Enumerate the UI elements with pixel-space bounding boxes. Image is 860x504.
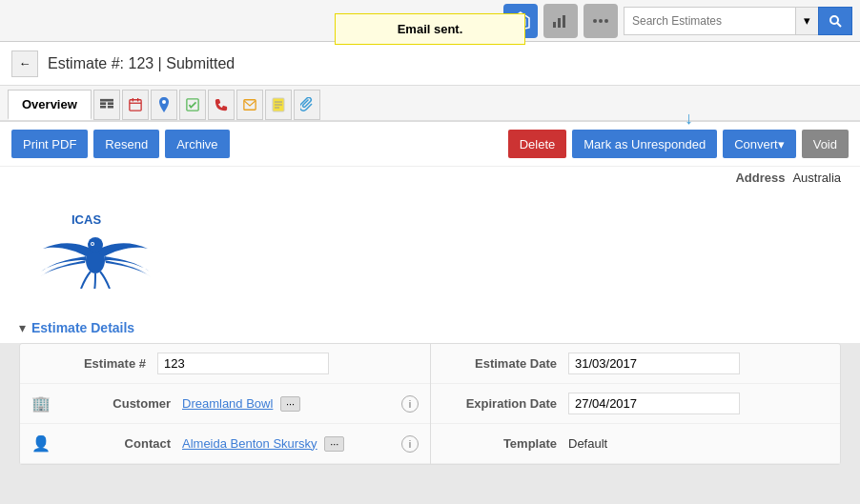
tab-email[interactable] — [236, 90, 263, 120]
expiration-date-label: Expiration Date — [442, 396, 557, 411]
chevron-down-icon: ▾ — [804, 13, 810, 28]
tab-overview[interactable]: Overview — [8, 90, 92, 120]
details-right-col: Estimate Date Expiration Date Template D… — [430, 344, 840, 464]
estimate-num-input[interactable] — [157, 353, 329, 374]
svg-rect-10 — [100, 99, 113, 102]
back-icon: ← — [19, 56, 31, 71]
contact-value: Almeida Benton Skursky ··· — [182, 436, 396, 452]
tab-checklist[interactable] — [179, 90, 206, 120]
attachment-icon — [300, 97, 314, 112]
template-row: Template Default — [431, 424, 840, 464]
search-input[interactable] — [624, 7, 795, 35]
email-banner: Email sent. — [335, 13, 525, 45]
arrow-indicator: ↓ — [685, 109, 693, 129]
svg-rect-11 — [100, 102, 106, 105]
contact-link[interactable]: Almeida Benton Skursky — [182, 436, 317, 451]
search-container: ▾ — [624, 7, 852, 35]
search-dropdown-button[interactable]: ▾ — [795, 7, 818, 35]
details-grid: Estimate # 🏢 Customer Dreamland Bowl ···… — [20, 344, 840, 464]
email-icon — [243, 98, 256, 111]
mark-unresponded-button[interactable]: Mark as Unresponded — [572, 130, 717, 158]
icas-logo: ICAS — [19, 198, 172, 293]
estimate-date-input[interactable] — [568, 353, 740, 374]
svg-rect-2 — [553, 22, 556, 28]
tab-overview-label: Overview — [22, 97, 77, 111]
customer-link[interactable]: Dreamland Bowl — [182, 396, 273, 411]
calendar-icon — [129, 97, 142, 112]
svg-rect-14 — [108, 106, 113, 109]
delete-button[interactable]: Delete — [508, 130, 567, 158]
svg-rect-13 — [100, 106, 106, 109]
page-title: Estimate #: 123 | Submitted — [48, 55, 235, 72]
section-chevron-icon[interactable]: ▾ — [19, 320, 26, 335]
print-pdf-button[interactable]: Print PDF — [11, 130, 88, 158]
svg-point-5 — [593, 19, 597, 23]
svg-rect-12 — [108, 102, 113, 105]
checklist-icon — [186, 97, 199, 112]
customer-dots-button[interactable]: ··· — [280, 396, 300, 412]
svg-rect-21 — [244, 100, 256, 111]
customer-row: 🏢 Customer Dreamland Bowl ··· i — [20, 384, 430, 424]
actions-bar: Print PDF Resend Archive ↓ Delete Mark a… — [0, 122, 860, 167]
customer-building-icon: 🏢 — [31, 394, 51, 413]
address-label: Address — [735, 171, 785, 185]
svg-point-28 — [88, 237, 103, 252]
contact-person-icon: 👤 — [31, 434, 51, 453]
address-value: Australia — [792, 171, 841, 185]
dots-icon — [584, 4, 618, 38]
tab-pin[interactable] — [151, 90, 177, 120]
tab-attachment[interactable] — [294, 90, 320, 120]
svg-line-9 — [837, 23, 841, 27]
svg-rect-3 — [558, 18, 561, 28]
details-left-col: Estimate # 🏢 Customer Dreamland Bowl ···… — [20, 344, 430, 464]
pin-icon — [157, 97, 171, 112]
logo-area: ICAS — [0, 189, 860, 312]
search-button[interactable] — [818, 7, 852, 35]
svg-rect-15 — [130, 100, 141, 111]
svg-point-8 — [830, 16, 838, 24]
convert-button[interactable]: Convert▾ — [723, 130, 796, 158]
page-header: ← Estimate #: 123 | Submitted — [0, 42, 860, 86]
search-icon — [829, 14, 842, 28]
estimate-date-row: Estimate Date — [431, 344, 840, 384]
contact-row: 👤 Contact Almeida Benton Skursky ··· i — [20, 424, 430, 464]
estimate-num-value — [157, 353, 419, 374]
estimate-num-row: Estimate # — [20, 344, 430, 384]
svg-rect-4 — [563, 15, 565, 28]
expiration-date-input[interactable] — [568, 393, 740, 414]
svg-point-30 — [92, 243, 93, 245]
tab-table[interactable] — [93, 90, 120, 120]
template-value: Default — [568, 436, 829, 451]
details-card: Estimate # 🏢 Customer Dreamland Bowl ···… — [19, 343, 841, 465]
back-button[interactable]: ← — [11, 50, 38, 77]
contact-info-icon[interactable]: i — [401, 435, 419, 453]
chart-icon — [543, 4, 578, 38]
archive-button[interactable]: Archive — [165, 130, 229, 158]
tabs-row: Overview — [0, 86, 860, 122]
estimate-date-value — [568, 353, 829, 374]
notes-icon — [272, 97, 285, 112]
contact-label: Contact — [56, 436, 171, 451]
resend-button[interactable]: Resend — [93, 130, 159, 158]
icas-logo-svg: ICAS — [33, 203, 157, 289]
expiration-date-row: Expiration Date — [431, 384, 840, 424]
expiration-date-value — [568, 393, 829, 414]
customer-label: Customer — [56, 396, 171, 411]
table-icon — [100, 98, 113, 111]
tab-calendar[interactable] — [122, 90, 149, 120]
svg-point-7 — [604, 19, 608, 23]
customer-value: Dreamland Bowl ··· — [182, 396, 396, 412]
void-button[interactable]: Void — [802, 130, 849, 158]
template-label: Template — [442, 436, 557, 451]
estimate-num-label: Estimate # — [31, 356, 146, 371]
customer-info-icon[interactable]: i — [401, 395, 419, 413]
svg-point-6 — [599, 19, 603, 23]
svg-text:ICAS: ICAS — [72, 212, 101, 227]
tab-notes[interactable] — [265, 90, 292, 120]
contact-dots-button[interactable]: ··· — [324, 436, 344, 452]
svg-point-19 — [162, 100, 166, 104]
tab-phone[interactable] — [208, 90, 235, 120]
section-header: ▾ Estimate Details — [0, 312, 860, 343]
estimate-date-label: Estimate Date — [442, 356, 557, 371]
phone-icon — [215, 97, 228, 112]
